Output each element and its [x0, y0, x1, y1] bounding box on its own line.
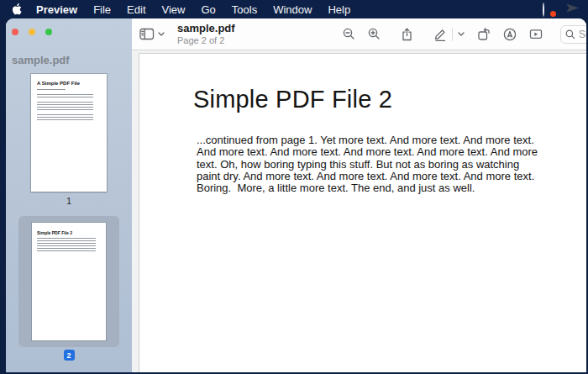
- menu-status-area: [543, 2, 580, 17]
- apple-menu-icon[interactable]: [12, 3, 23, 16]
- close-button[interactable]: [12, 29, 18, 35]
- menu-window[interactable]: Window: [273, 3, 312, 16]
- toolbar-icons: [343, 28, 586, 41]
- pdf-page: Simple PDF File 2 ...continued from page…: [139, 53, 586, 372]
- thumbnail-page-2[interactable]: Simple PDF File 2: [32, 223, 106, 340]
- pdf-body-line: And more text. And more text. And more t…: [197, 146, 586, 158]
- search-placeholder: Search: [579, 29, 586, 40]
- toolbar: sample.pdf Page 2 of 2: [132, 18, 586, 50]
- sidebar-toggle-button[interactable]: [139, 28, 165, 40]
- rotate-icon[interactable]: [477, 28, 491, 41]
- menu-edit[interactable]: Edit: [127, 3, 145, 16]
- slideshow-icon[interactable]: [529, 28, 543, 40]
- menu-app-name[interactable]: Preview: [36, 3, 77, 16]
- thumbnail-page-1[interactable]: A Simple PDF File: [31, 74, 107, 192]
- menu-help[interactable]: Help: [328, 3, 350, 16]
- pdf-body-line: text. Oh, how boring typing this stuff. …: [197, 159, 586, 171]
- menu-items: Preview File Edit View Go Tools Window H…: [36, 3, 350, 16]
- window-title: sample.pdf: [177, 23, 235, 34]
- sidebar-toggle-icon: [139, 28, 155, 40]
- paper-plane-icon[interactable]: [565, 2, 580, 17]
- minimize-button[interactable]: [29, 29, 35, 35]
- thumbnail-text-lines: [37, 102, 93, 111]
- markup-group: [433, 28, 465, 41]
- zoom-button[interactable]: [45, 29, 52, 35]
- pdf-body-line: ...continued from page 1. Yet more text.…: [197, 134, 586, 146]
- thumbnail-text-lines: [37, 238, 96, 252]
- menu-bar: Preview File Edit View Go Tools Window H…: [0, 0, 588, 18]
- chevron-down-icon: [158, 32, 165, 36]
- pdf-body-line: Boring. More, a little more text. The en…: [197, 182, 586, 194]
- thumbnail-2-heading: Simple PDF File 2: [37, 230, 101, 235]
- zoom-in-icon[interactable]: [368, 28, 381, 40]
- thumbnail-text-lines: [37, 114, 93, 121]
- thumbnail-page-2-selected[interactable]: Simple PDF File 2: [18, 216, 119, 347]
- pdf-body-line: paint dry. And more text. And more text.…: [197, 171, 586, 182]
- pdf-body: ...continued from page 1. Yet more text.…: [197, 134, 586, 194]
- pen-circle-icon[interactable]: [503, 28, 517, 41]
- menu-tools[interactable]: Tools: [232, 3, 257, 16]
- markup-dropdown-chevron-icon[interactable]: [458, 32, 465, 36]
- window-controls: [12, 29, 52, 35]
- zoom-out-icon[interactable]: [343, 28, 355, 40]
- thumbnail-text-lines: [37, 94, 93, 98]
- sidebar-document-label: sample.pdf: [12, 54, 70, 66]
- title-block: sample.pdf Page 2 of 2: [177, 23, 235, 45]
- search-input[interactable]: Search: [560, 25, 586, 44]
- thumbnail-sidebar: sample.pdf A Simple PDF File 1 Simple PD…: [6, 18, 132, 372]
- screen-recorder-icon[interactable]: [543, 3, 555, 16]
- markup-pen-icon[interactable]: [433, 28, 447, 41]
- menu-view[interactable]: View: [162, 3, 186, 16]
- page-1-number: 1: [66, 196, 71, 206]
- document-view: Simple PDF File 2 ...continued from page…: [132, 50, 586, 372]
- main-area: sample.pdf Page 2 of 2: [132, 18, 586, 372]
- page-2-number-badge: 2: [64, 350, 75, 361]
- thumbnail-text-lines: [37, 89, 66, 91]
- menu-go[interactable]: Go: [201, 3, 215, 16]
- divider: [452, 28, 453, 41]
- share-icon[interactable]: [401, 28, 413, 41]
- menu-file[interactable]: File: [93, 3, 111, 16]
- page-indicator: Page 2 of 2: [177, 36, 235, 45]
- search-icon: [565, 29, 575, 40]
- preview-window: sample.pdf A Simple PDF File 1 Simple PD…: [6, 18, 586, 372]
- pdf-heading: Simple PDF File 2: [193, 86, 586, 113]
- thumbnail-1-heading: A Simple PDF File: [37, 81, 101, 86]
